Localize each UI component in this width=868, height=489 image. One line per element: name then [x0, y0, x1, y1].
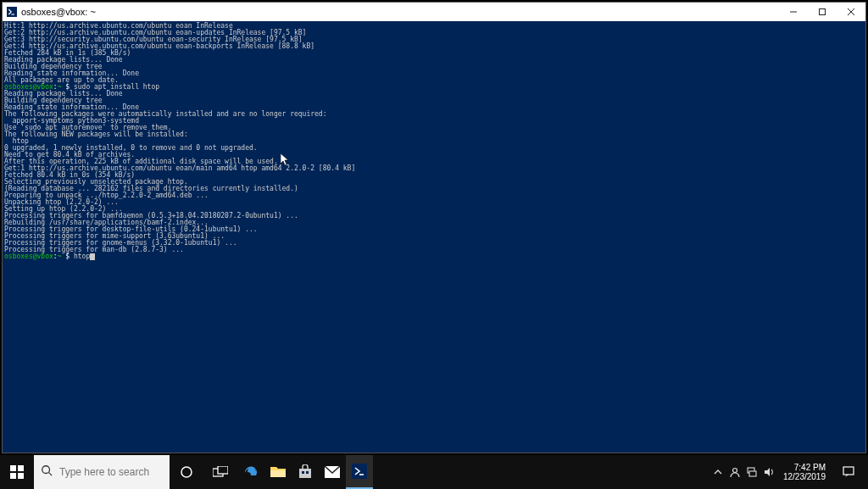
tray-chevron-up-icon[interactable] [712, 466, 724, 478]
task-view-button[interactable] [203, 455, 237, 489]
svg-point-9 [42, 466, 50, 474]
action-center-icon[interactable] [834, 465, 863, 479]
store-icon[interactable] [292, 455, 319, 489]
tray-people-icon[interactable] [729, 466, 741, 478]
powershell-taskbar-icon[interactable] [346, 455, 373, 489]
titlebar[interactable]: osboxes@vbox: ~ [3, 3, 865, 21]
svg-rect-6 [18, 465, 24, 471]
svg-rect-23 [843, 467, 854, 475]
maximize-button[interactable] [808, 3, 837, 21]
search-input[interactable] [59, 466, 163, 478]
network-icon[interactable] [746, 466, 758, 478]
taskbar: 7:42 PM 12/23/2019 [0, 455, 868, 489]
clock-time: 7:42 PM [783, 463, 826, 472]
svg-point-20 [732, 469, 737, 473]
svg-rect-17 [306, 471, 309, 474]
pinned-apps [237, 455, 373, 489]
terminal-body[interactable]: Hit:1 http://us.archive.ubuntu.com/ubunt… [3, 21, 865, 453]
svg-line-10 [49, 473, 53, 476]
start-button[interactable] [0, 455, 34, 489]
svg-rect-14 [270, 470, 286, 477]
file-explorer-icon[interactable] [264, 455, 292, 489]
terminal-window: osboxes@vbox: ~ Hit:1 http://us.archive.… [2, 2, 866, 453]
taskbar-clock[interactable]: 7:42 PM 12/23/2019 [780, 463, 829, 481]
svg-rect-15 [299, 469, 311, 478]
search-icon [41, 464, 53, 480]
edge-icon[interactable] [237, 455, 264, 489]
window-title: osboxes@vbox: ~ [21, 7, 96, 17]
svg-rect-5 [10, 465, 16, 471]
search-box[interactable] [34, 455, 170, 489]
svg-rect-7 [10, 473, 16, 479]
svg-point-11 [181, 467, 192, 477]
system-tray: 7:42 PM 12/23/2019 [707, 455, 868, 489]
minimize-button[interactable] [779, 3, 808, 21]
svg-rect-2 [820, 9, 826, 15]
svg-rect-16 [302, 471, 304, 474]
mail-icon[interactable] [319, 455, 346, 489]
close-button[interactable] [837, 3, 865, 21]
svg-rect-22 [749, 471, 756, 476]
volume-icon[interactable] [763, 466, 775, 478]
clock-date: 12/23/2019 [783, 472, 826, 481]
svg-rect-8 [18, 473, 24, 479]
cortana-button[interactable] [170, 455, 203, 489]
powershell-icon [6, 6, 18, 18]
svg-rect-13 [218, 466, 228, 474]
